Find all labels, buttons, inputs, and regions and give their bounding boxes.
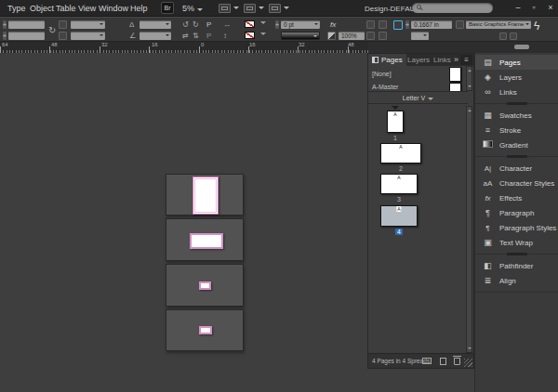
dock-item-text-wrap[interactable]: ▣ Text Wrap xyxy=(475,235,558,250)
screen-mode-button[interactable] xyxy=(244,3,264,14)
corner-preset-dropdown[interactable] xyxy=(411,32,429,40)
ruler-label: 32 xyxy=(299,42,305,47)
close-button[interactable]: × xyxy=(544,3,557,13)
search-input[interactable] xyxy=(412,3,493,13)
drop-shadow-icon[interactable] xyxy=(366,20,375,29)
opacity-field[interactable]: 100% xyxy=(339,32,365,40)
minimize-button[interactable]: – xyxy=(512,3,525,13)
delete-page-icon[interactable] xyxy=(454,358,460,365)
dock-item-gradient[interactable]: Gradient xyxy=(475,137,558,152)
rotate-cw-icon[interactable]: ↻ xyxy=(193,20,199,29)
object-style-dropdown[interactable]: Basic Graphics Frame xyxy=(466,20,531,29)
stroke-weight-field[interactable]: 0 pt xyxy=(281,20,320,29)
stroke-swatch-none[interactable] xyxy=(245,32,255,39)
select-container-icon[interactable]: P xyxy=(206,20,211,29)
shear-angle-icon: ∠ xyxy=(129,32,136,40)
dock-item-align[interactable]: ≣ Align xyxy=(475,273,558,288)
pages-scrollbar[interactable] xyxy=(466,106,472,353)
fit-width-icon[interactable]: ↔ xyxy=(223,20,231,29)
rotation-angle-icon: Δ xyxy=(129,20,134,29)
width-field[interactable] xyxy=(71,20,105,29)
masters-scrollbar[interactable] xyxy=(466,66,472,91)
object-style-icon xyxy=(456,20,464,29)
panel-resize-grip[interactable] xyxy=(464,359,472,367)
menu-table[interactable]: Table xyxy=(56,4,76,13)
bridge-button[interactable]: Br xyxy=(161,2,174,14)
quick-apply-icon[interactable]: ϟ xyxy=(534,22,539,31)
y-stepper[interactable] xyxy=(3,32,7,40)
swap-dimensions-icon[interactable]: ↻ xyxy=(48,26,56,34)
chevron-down-icon xyxy=(428,98,433,103)
fit-height-icon[interactable]: ↕ xyxy=(223,32,227,40)
page-thumbnail-1[interactable]: A xyxy=(387,111,404,133)
dock-divider xyxy=(475,153,558,160)
page-thumbnail-3[interactable]: A xyxy=(380,174,418,194)
fill-swatch-none[interactable] xyxy=(245,20,255,28)
page-thumbnail-4[interactable]: A xyxy=(380,205,418,227)
new-page-icon[interactable] xyxy=(440,358,446,365)
menu-help[interactable]: Help xyxy=(130,4,148,13)
dock-item-effects[interactable]: fx Effects xyxy=(475,190,558,205)
document-page-2[interactable] xyxy=(190,233,223,249)
auto-fit-icon[interactable] xyxy=(379,32,387,40)
tab-pages[interactable]: Pages xyxy=(368,54,406,66)
dock-item-paragraph[interactable]: ¶ Paragraph xyxy=(475,205,558,220)
menu-type[interactable]: Type xyxy=(7,4,26,13)
arrange-documents-button[interactable] xyxy=(269,3,289,14)
corner-radius-field[interactable]: 0.1667 in xyxy=(411,20,452,29)
menu-object[interactable]: Object xyxy=(30,4,54,13)
opacity-value: 100% xyxy=(341,33,357,39)
stroke-style-dropdown[interactable] xyxy=(281,32,320,40)
rotate-ccw-icon[interactable]: ↺ xyxy=(182,20,189,29)
fill-swatch-arrow-icon[interactable] xyxy=(260,21,266,27)
ruler-label: 64 xyxy=(2,42,8,47)
view-options-button[interactable] xyxy=(219,3,239,14)
clear-overrides-icon[interactable] xyxy=(510,33,517,40)
dock-item-character-styles[interactable]: aA Character Styles xyxy=(475,176,558,190)
stroke-weight-stepper[interactable] xyxy=(275,20,279,29)
object-effects-icon[interactable] xyxy=(379,20,387,29)
menu-window[interactable]: Window xyxy=(99,4,128,13)
dock-item-paragraph-styles[interactable]: ¶ Paragraph Styles xyxy=(475,220,558,235)
scale-x-field[interactable] xyxy=(140,20,171,29)
flip-vertical-icon[interactable]: ⇅ xyxy=(193,32,199,40)
edit-page-size-icon[interactable] xyxy=(422,358,432,364)
menu-view[interactable]: View xyxy=(78,4,96,13)
stroke-swatch-arrow-icon[interactable] xyxy=(260,33,266,38)
document-canvas[interactable] xyxy=(0,53,367,392)
corner-radius-stepper[interactable] xyxy=(405,20,409,29)
collapse-panels-icon[interactable]: » xyxy=(454,55,458,64)
document-page-4[interactable] xyxy=(199,326,212,334)
dock-item-swatches[interactable]: ▦ Swatches xyxy=(475,108,558,123)
x-position-field[interactable] xyxy=(8,20,45,29)
zoom-level-dropdown[interactable]: 5% xyxy=(182,4,203,13)
maximize-button[interactable]: ▫ xyxy=(527,3,540,13)
dock-drag-handle[interactable] xyxy=(514,45,529,49)
height-field[interactable] xyxy=(71,32,105,40)
select-content-icon[interactable]: P xyxy=(206,32,211,40)
x-stepper[interactable] xyxy=(3,20,7,29)
dock-item-character[interactable]: A| Character xyxy=(475,161,558,176)
dock-item-links[interactable]: ∞ Links xyxy=(475,85,558,99)
horizontal-ruler[interactable]: 64 48 32 16 0 16 32 48 xyxy=(0,42,558,53)
page-size-preset-dropdown[interactable]: Letter V xyxy=(368,91,468,104)
frame-fitting-icon[interactable] xyxy=(366,32,375,40)
dock-item-pages[interactable]: ▤ Pages xyxy=(475,55,558,70)
gradient-chip xyxy=(483,140,493,148)
style-override-icon[interactable] xyxy=(499,33,507,40)
corner-shape-selected-icon[interactable] xyxy=(393,20,403,30)
document-page-3[interactable] xyxy=(199,281,211,290)
page-thumbnail-2[interactable]: A xyxy=(380,143,421,163)
document-page-1[interactable] xyxy=(193,176,219,215)
menu-bar: Type Object Table View Window Help Br 5%… xyxy=(0,0,558,17)
tab-links[interactable]: Links xyxy=(430,54,455,66)
panel-menu-icon[interactable]: ≡ xyxy=(460,55,472,65)
pathfinder-icon: ◧ xyxy=(482,261,494,270)
y-position-field[interactable] xyxy=(8,32,45,40)
dock-item-layers[interactable]: ◈ Layers xyxy=(475,70,558,85)
dock-item-pathfinder[interactable]: ◧ Pathfinder xyxy=(475,258,558,273)
effects-menu-icon[interactable]: fx xyxy=(330,20,336,29)
flip-horizontal-icon[interactable]: ⇄ xyxy=(182,32,189,40)
dock-item-stroke[interactable]: ≡ Stroke xyxy=(475,123,558,137)
shear-field[interactable] xyxy=(140,32,171,40)
